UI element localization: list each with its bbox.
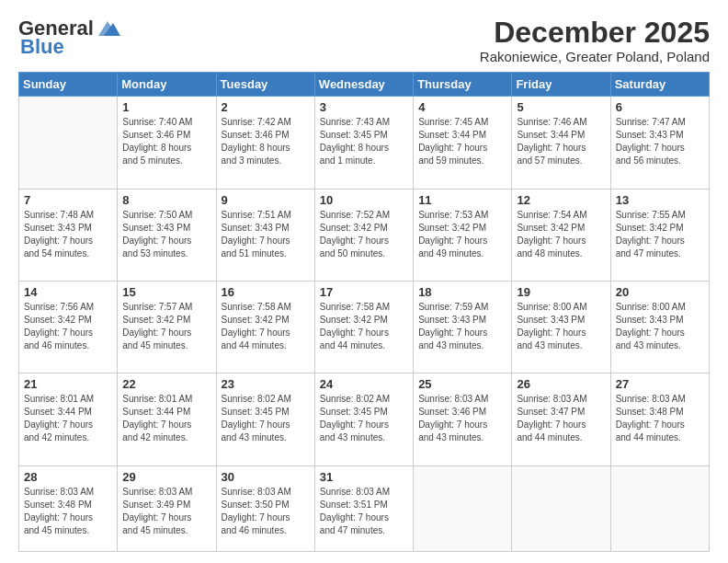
day-number: 13 <box>616 193 704 207</box>
table-cell: 30Sunrise: 8:03 AMSunset: 3:50 PMDayligh… <box>216 465 314 552</box>
day-number: 27 <box>616 377 704 391</box>
table-cell: 18Sunrise: 7:59 AMSunset: 3:43 PMDayligh… <box>414 281 512 373</box>
col-thursday: Thursday <box>414 73 512 97</box>
day-number: 2 <box>222 100 310 114</box>
day-number: 12 <box>517 193 605 207</box>
day-info: Sunrise: 7:59 AMSunset: 3:43 PMDaylight:… <box>418 301 506 352</box>
day-number: 25 <box>418 377 506 391</box>
header: General Blue December 2025 Rakoniewice, … <box>18 17 710 64</box>
table-cell: 12Sunrise: 7:54 AMSunset: 3:42 PMDayligh… <box>512 189 610 281</box>
day-info: Sunrise: 8:03 AMSunset: 3:51 PMDaylight:… <box>320 486 408 537</box>
table-cell: 6Sunrise: 7:47 AMSunset: 3:43 PMDaylight… <box>610 97 709 189</box>
day-number: 20 <box>616 285 704 299</box>
table-cell: 15Sunrise: 7:57 AMSunset: 3:42 PMDayligh… <box>118 281 216 373</box>
table-cell: 23Sunrise: 8:02 AMSunset: 3:45 PMDayligh… <box>216 373 314 465</box>
day-info: Sunrise: 7:46 AMSunset: 3:44 PMDaylight:… <box>517 116 605 167</box>
day-number: 6 <box>616 100 704 114</box>
table-cell: 24Sunrise: 8:02 AMSunset: 3:45 PMDayligh… <box>314 373 413 465</box>
table-cell <box>512 465 610 552</box>
table-cell: 4Sunrise: 7:45 AMSunset: 3:44 PMDaylight… <box>414 97 512 189</box>
day-number: 29 <box>122 470 210 484</box>
table-cell: 16Sunrise: 7:58 AMSunset: 3:42 PMDayligh… <box>216 281 314 373</box>
logo-blue: Blue <box>20 35 64 59</box>
table-cell: 9Sunrise: 7:51 AMSunset: 3:43 PMDaylight… <box>216 189 314 281</box>
day-info: Sunrise: 7:58 AMSunset: 3:42 PMDaylight:… <box>320 301 408 352</box>
day-info: Sunrise: 8:00 AMSunset: 3:43 PMDaylight:… <box>517 301 605 352</box>
table-cell: 21Sunrise: 8:01 AMSunset: 3:44 PMDayligh… <box>19 373 118 465</box>
day-number: 30 <box>222 470 310 484</box>
day-number: 16 <box>222 285 310 299</box>
calendar-subtitle: Rakoniewice, Greater Poland, Poland <box>480 49 710 64</box>
day-info: Sunrise: 7:40 AMSunset: 3:46 PMDaylight:… <box>122 116 210 167</box>
day-info: Sunrise: 7:57 AMSunset: 3:42 PMDaylight:… <box>122 301 210 352</box>
day-number: 19 <box>517 285 605 299</box>
day-number: 14 <box>24 285 112 299</box>
col-wednesday: Wednesday <box>314 73 413 97</box>
day-info: Sunrise: 7:45 AMSunset: 3:44 PMDaylight:… <box>418 116 506 167</box>
day-info: Sunrise: 7:51 AMSunset: 3:43 PMDaylight:… <box>222 209 310 260</box>
header-row: Sunday Monday Tuesday Wednesday Thursday… <box>19 73 710 97</box>
calendar-table: Sunday Monday Tuesday Wednesday Thursday… <box>18 72 710 552</box>
day-number: 17 <box>320 285 408 299</box>
day-number: 4 <box>418 100 506 114</box>
day-info: Sunrise: 8:01 AMSunset: 3:44 PMDaylight:… <box>24 393 112 444</box>
day-info: Sunrise: 8:02 AMSunset: 3:45 PMDaylight:… <box>222 393 310 444</box>
table-cell: 31Sunrise: 8:03 AMSunset: 3:51 PMDayligh… <box>314 465 413 552</box>
table-cell: 10Sunrise: 7:52 AMSunset: 3:42 PMDayligh… <box>314 189 413 281</box>
day-number: 24 <box>320 377 408 391</box>
col-sunday: Sunday <box>19 73 118 97</box>
table-cell: 13Sunrise: 7:55 AMSunset: 3:42 PMDayligh… <box>610 189 709 281</box>
day-number: 28 <box>24 470 112 484</box>
day-number: 9 <box>222 193 310 207</box>
logo: General Blue <box>18 17 120 59</box>
table-cell: 17Sunrise: 7:58 AMSunset: 3:42 PMDayligh… <box>314 281 413 373</box>
title-block: December 2025 Rakoniewice, Greater Polan… <box>480 17 710 64</box>
table-cell: 25Sunrise: 8:03 AMSunset: 3:46 PMDayligh… <box>414 373 512 465</box>
calendar-title: December 2025 <box>480 17 710 49</box>
day-info: Sunrise: 8:00 AMSunset: 3:43 PMDaylight:… <box>616 301 704 352</box>
day-info: Sunrise: 7:52 AMSunset: 3:42 PMDaylight:… <box>320 209 408 260</box>
col-monday: Monday <box>118 73 216 97</box>
day-number: 26 <box>517 377 605 391</box>
day-info: Sunrise: 7:56 AMSunset: 3:42 PMDaylight:… <box>24 301 112 352</box>
day-info: Sunrise: 8:02 AMSunset: 3:45 PMDaylight:… <box>320 393 408 444</box>
table-cell: 29Sunrise: 8:03 AMSunset: 3:49 PMDayligh… <box>118 465 216 552</box>
day-number: 15 <box>122 285 210 299</box>
logo-icon <box>95 19 120 38</box>
table-cell: 26Sunrise: 8:03 AMSunset: 3:47 PMDayligh… <box>512 373 610 465</box>
table-cell: 5Sunrise: 7:46 AMSunset: 3:44 PMDaylight… <box>512 97 610 189</box>
day-number: 18 <box>418 285 506 299</box>
day-info: Sunrise: 7:43 AMSunset: 3:45 PMDaylight:… <box>320 116 408 167</box>
day-number: 1 <box>122 100 210 114</box>
table-cell <box>19 97 118 189</box>
table-cell: 28Sunrise: 8:03 AMSunset: 3:48 PMDayligh… <box>19 465 118 552</box>
day-number: 11 <box>418 193 506 207</box>
table-cell: 8Sunrise: 7:50 AMSunset: 3:43 PMDaylight… <box>118 189 216 281</box>
table-cell: 14Sunrise: 7:56 AMSunset: 3:42 PMDayligh… <box>19 281 118 373</box>
table-cell: 27Sunrise: 8:03 AMSunset: 3:48 PMDayligh… <box>610 373 709 465</box>
day-info: Sunrise: 7:53 AMSunset: 3:42 PMDaylight:… <box>418 209 506 260</box>
table-cell: 1Sunrise: 7:40 AMSunset: 3:46 PMDaylight… <box>118 97 216 189</box>
day-info: Sunrise: 8:03 AMSunset: 3:48 PMDaylight:… <box>24 486 112 537</box>
day-info: Sunrise: 8:03 AMSunset: 3:46 PMDaylight:… <box>418 393 506 444</box>
day-number: 7 <box>24 193 112 207</box>
day-info: Sunrise: 8:03 AMSunset: 3:47 PMDaylight:… <box>517 393 605 444</box>
table-cell: 19Sunrise: 8:00 AMSunset: 3:43 PMDayligh… <box>512 281 610 373</box>
day-number: 3 <box>320 100 408 114</box>
col-friday: Friday <box>512 73 610 97</box>
day-info: Sunrise: 8:03 AMSunset: 3:48 PMDaylight:… <box>616 393 704 444</box>
day-number: 23 <box>222 377 310 391</box>
day-info: Sunrise: 7:47 AMSunset: 3:43 PMDaylight:… <box>616 116 704 167</box>
table-cell <box>610 465 709 552</box>
day-number: 5 <box>517 100 605 114</box>
day-info: Sunrise: 7:42 AMSunset: 3:46 PMDaylight:… <box>222 116 310 167</box>
day-info: Sunrise: 7:48 AMSunset: 3:43 PMDaylight:… <box>24 209 112 260</box>
table-cell <box>414 465 512 552</box>
day-info: Sunrise: 8:03 AMSunset: 3:50 PMDaylight:… <box>222 486 310 537</box>
table-cell: 22Sunrise: 8:01 AMSunset: 3:44 PMDayligh… <box>118 373 216 465</box>
day-number: 22 <box>122 377 210 391</box>
day-info: Sunrise: 7:55 AMSunset: 3:42 PMDaylight:… <box>616 209 704 260</box>
table-cell: 11Sunrise: 7:53 AMSunset: 3:42 PMDayligh… <box>414 189 512 281</box>
day-number: 21 <box>24 377 112 391</box>
col-saturday: Saturday <box>610 73 709 97</box>
